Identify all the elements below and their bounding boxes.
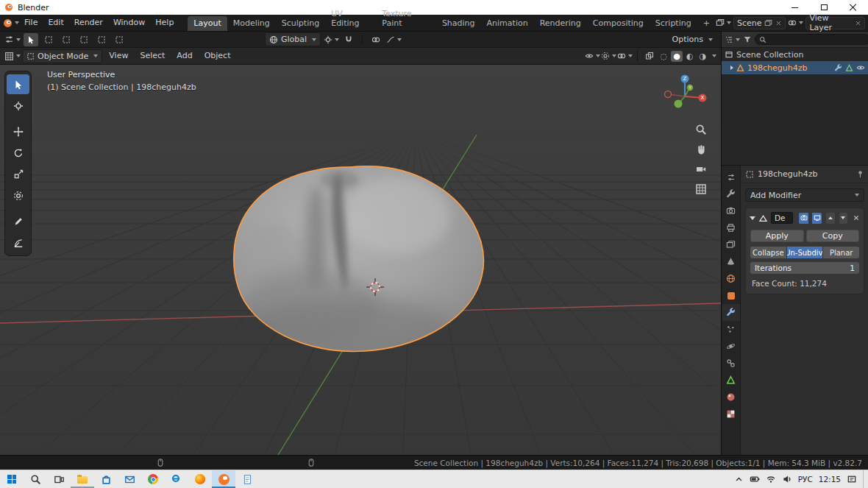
outliner-search-input[interactable]	[769, 35, 866, 43]
gizmos-dropdown[interactable]	[602, 49, 616, 63]
modifier-wrench-icon[interactable]	[834, 64, 842, 72]
tab-tool[interactable]	[722, 185, 740, 202]
browse-scene-button[interactable]	[716, 18, 731, 27]
editor-type-button[interactable]	[4, 35, 21, 44]
mesh-icon[interactable]	[845, 64, 853, 72]
network-icon[interactable]	[766, 474, 776, 484]
snap-toggle[interactable]	[341, 33, 356, 46]
menu-help[interactable]: Help	[150, 15, 179, 31]
tool-cursor[interactable]	[7, 96, 29, 116]
volume-icon[interactable]	[782, 474, 792, 484]
store-button[interactable]	[94, 470, 118, 488]
menu-window[interactable]: Window	[108, 15, 150, 31]
viewport-3d[interactable]: Z X Y User Perspective (1) Scene Collect…	[0, 65, 721, 455]
menu-select[interactable]: Select	[135, 48, 170, 64]
close-button[interactable]	[839, 0, 868, 15]
move-modifier-up-button[interactable]	[826, 213, 834, 224]
active-tool-button[interactable]	[24, 33, 38, 46]
tool-annotate[interactable]	[7, 211, 29, 231]
outliner-row-object[interactable]: 198cheguh4zb	[722, 61, 868, 74]
file-explorer-button[interactable]	[71, 470, 94, 488]
tab-sculpting[interactable]: Sculpting	[276, 16, 325, 31]
copy-button[interactable]: Copy	[806, 230, 860, 242]
outliner-editor-type-button[interactable]	[725, 35, 740, 44]
outliner-display-mode-icon[interactable]	[743, 35, 752, 44]
tab-material[interactable]	[722, 389, 740, 406]
shading-rendered-button[interactable]: ◑	[697, 51, 708, 62]
add-workspace-button[interactable]: +	[697, 16, 716, 31]
move-modifier-down-button[interactable]	[839, 213, 847, 224]
scene-selector[interactable]: Scene	[733, 17, 786, 29]
properties-editor-type-button[interactable]	[722, 169, 740, 185]
tab-texture[interactable]	[722, 406, 740, 422]
tab-object[interactable]	[722, 287, 740, 304]
browse-view-layer-button[interactable]	[788, 18, 803, 27]
transform-orientation-dropdown[interactable]: Global	[265, 32, 321, 46]
overlays-dropdown[interactable]	[618, 49, 633, 63]
tab-shading[interactable]: Shading	[436, 16, 481, 31]
mode-planar-button[interactable]: Planar	[823, 247, 859, 258]
blender-menu-button[interactable]	[3, 18, 19, 28]
tab-object-data[interactable]	[722, 372, 740, 389]
menu-object[interactable]: Object	[199, 48, 236, 64]
tool-select-box[interactable]	[7, 74, 29, 94]
proportional-falloff-dropdown[interactable]	[386, 33, 401, 46]
menu-render[interactable]: Render	[69, 15, 108, 31]
select-mode-2-button[interactable]	[59, 33, 74, 46]
iterations-slider[interactable]: Iterations 1	[750, 262, 859, 274]
taskbar-search-button[interactable]	[24, 470, 47, 488]
expand-icon[interactable]	[750, 216, 755, 220]
hide-eye-icon[interactable]	[856, 63, 865, 72]
tab-rendering[interactable]: Rendering	[534, 16, 587, 31]
language-indicator[interactable]: РУС	[798, 475, 813, 484]
tab-uv-editing[interactable]: UV Editing	[325, 7, 376, 31]
menu-file[interactable]: File	[19, 15, 43, 31]
viewport-visibility-toggle[interactable]	[812, 213, 822, 224]
menu-view[interactable]: View	[104, 48, 133, 64]
select-mode-4-button[interactable]	[94, 33, 109, 46]
menu-add[interactable]: Add	[171, 48, 197, 64]
task-view-button[interactable]	[47, 470, 71, 488]
modifier-name-field[interactable]: De	[771, 212, 793, 224]
disclosure-icon[interactable]	[730, 66, 733, 70]
axis-neg-x-ball[interactable]	[665, 91, 672, 98]
view-layer-selector[interactable]: View Layer	[805, 17, 865, 29]
mail-button[interactable]	[118, 470, 141, 488]
tab-constraints[interactable]	[722, 355, 740, 372]
tab-render[interactable]	[722, 202, 740, 219]
axis-neg-y-ball[interactable]	[675, 100, 683, 108]
maximize-button[interactable]	[809, 0, 839, 15]
new-scene-icon[interactable]	[764, 19, 772, 27]
select-mode-5-button[interactable]	[112, 33, 127, 46]
tab-view-layer[interactable]	[722, 236, 740, 253]
options-dropdown[interactable]: Options	[669, 33, 716, 46]
tray-expand-icon[interactable]	[734, 475, 744, 484]
tab-texture-paint[interactable]: Texture Paint	[376, 7, 436, 31]
shading-material-button[interactable]: ◐	[684, 51, 696, 62]
tab-layout[interactable]: Layout	[188, 16, 227, 31]
add-modifier-dropdown[interactable]: Add Modifier	[745, 188, 864, 202]
pin-icon[interactable]	[856, 170, 864, 178]
visibility-dropdown[interactable]	[586, 49, 600, 63]
blender-taskbar-button[interactable]	[212, 470, 235, 488]
minimize-button[interactable]	[780, 0, 809, 15]
tab-output[interactable]	[722, 219, 740, 236]
camera-view-icon[interactable]	[695, 163, 707, 175]
notepad-button[interactable]	[235, 470, 259, 488]
tab-physics[interactable]	[722, 338, 740, 355]
render-visibility-toggle[interactable]	[799, 213, 808, 224]
snap-target-dropdown[interactable]	[324, 33, 338, 46]
chrome-button[interactable]	[141, 470, 165, 488]
mode-collapse-button[interactable]: Collapse	[750, 247, 786, 258]
shading-solid-button[interactable]: ●	[671, 51, 683, 62]
tab-scene[interactable]	[722, 253, 740, 270]
show-desktop-button[interactable]	[863, 470, 867, 488]
select-mode-3-button[interactable]	[77, 33, 91, 46]
outliner-search[interactable]	[755, 34, 868, 45]
start-button[interactable]	[0, 470, 24, 488]
remove-modifier-icon[interactable]	[853, 214, 860, 222]
viewport-editor-type-button[interactable]	[4, 52, 21, 61]
menu-edit[interactable]: Edit	[43, 15, 68, 31]
pan-hand-icon[interactable]	[695, 144, 707, 155]
ortho-toggle-icon[interactable]	[695, 183, 707, 195]
